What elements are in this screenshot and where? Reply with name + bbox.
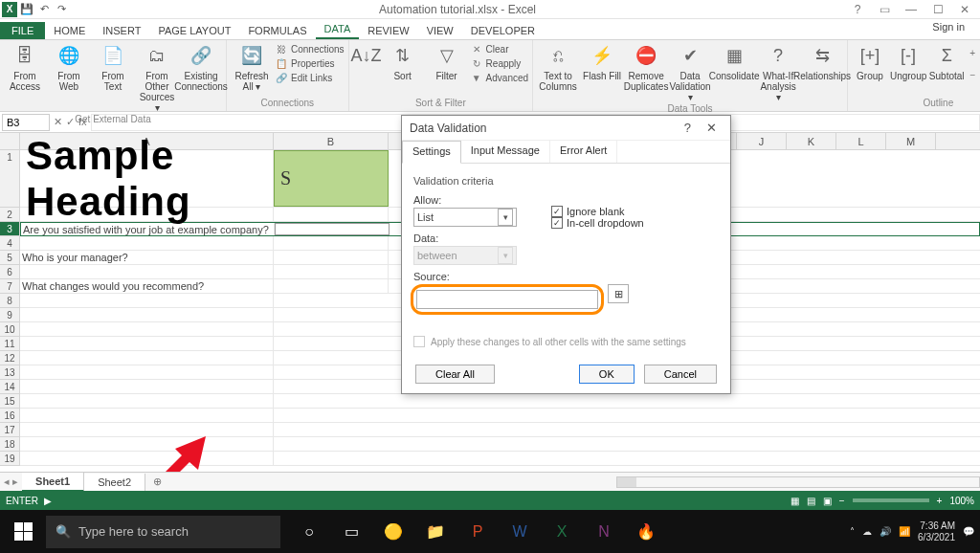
maximize-icon[interactable]: ☐ — [926, 2, 949, 17]
zoom-out-button[interactable]: − — [839, 496, 845, 506]
edit-links-button[interactable]: 🔗Edit Links — [275, 71, 332, 84]
chrome-icon[interactable]: 🟡 — [374, 514, 412, 550]
cell[interactable] — [274, 279, 389, 293]
cell[interactable] — [20, 452, 274, 465]
notifications-icon[interactable]: 💬 — [963, 526, 974, 537]
flash-fill-button[interactable]: ⚡Flash Fill — [581, 42, 623, 102]
data-tab[interactable]: DATA — [316, 20, 360, 39]
cell[interactable] — [274, 265, 389, 278]
formulas-tab[interactable]: FORMULAS — [239, 22, 315, 39]
from-access-button[interactable]: 🗄From Access — [4, 42, 46, 113]
advanced-button[interactable]: ▼Advanced — [470, 71, 528, 84]
col-header[interactable]: M — [886, 133, 936, 149]
cell[interactable] — [274, 236, 389, 250]
row-header[interactable]: 3 — [0, 222, 19, 236]
select-all-cell[interactable] — [0, 133, 20, 149]
clear-button[interactable]: ✕Clear — [470, 42, 509, 55]
row-header[interactable]: 14 — [0, 380, 19, 394]
zoom-in-button[interactable]: + — [937, 496, 943, 506]
connections-button[interactable]: ⛓Connections — [275, 42, 345, 55]
review-tab[interactable]: REVIEW — [359, 22, 417, 39]
cancel-formula-icon[interactable]: ✕ — [54, 116, 62, 128]
row-header[interactable]: 16 — [0, 409, 19, 423]
developer-tab[interactable]: DEVELOPER — [462, 22, 544, 39]
col-header[interactable]: B — [274, 133, 389, 149]
ignore-blank-checkbox[interactable]: ✓Ignore blank — [551, 206, 644, 217]
row-header[interactable]: 7 — [0, 279, 19, 294]
view-tab[interactable]: VIEW — [418, 22, 462, 39]
file-tab[interactable]: FILE — [0, 22, 45, 39]
row-header[interactable]: 8 — [0, 294, 19, 308]
cell[interactable] — [20, 423, 274, 436]
ungroup-button[interactable]: [-]Ungroup — [890, 42, 926, 85]
cell[interactable] — [20, 308, 274, 321]
start-button[interactable] — [0, 510, 46, 553]
cell-a7[interactable]: What changes would you recommend? — [20, 279, 274, 293]
row-header[interactable]: 6 — [0, 265, 19, 279]
zoom-slider[interactable] — [853, 498, 929, 502]
page-layout-tab[interactable]: PAGE LAYOUT — [149, 22, 239, 39]
insert-tab[interactable]: INSERT — [94, 22, 149, 39]
new-sheet-button[interactable]: ⊕ — [145, 476, 169, 488]
view-layout-icon[interactable]: ▤ — [807, 496, 815, 506]
onenote-icon[interactable]: N — [585, 514, 623, 550]
dialog-help-icon[interactable]: ? — [675, 121, 701, 135]
settings-tab[interactable]: Settings — [402, 141, 461, 164]
row-header[interactable]: 12 — [0, 351, 19, 365]
row-header[interactable]: 11 — [0, 337, 19, 351]
col-header[interactable]: K — [787, 133, 836, 149]
cell-a1[interactable]: Sample Heading — [20, 150, 274, 207]
cell[interactable] — [20, 236, 274, 250]
clear-all-button[interactable]: Clear All — [415, 365, 495, 384]
group-button[interactable]: [+]Group — [852, 42, 888, 85]
cell-a3[interactable]: Are you satisfied with your job at examp… — [21, 223, 275, 235]
remove-duplicates-button[interactable]: ⛔Remove Duplicates — [625, 42, 667, 102]
row-header[interactable]: 2 — [0, 208, 19, 222]
cell-b1[interactable]: S — [274, 150, 389, 207]
range-selector-button[interactable]: ⊞ — [608, 284, 629, 303]
cell[interactable] — [20, 337, 274, 350]
existing-connections-button[interactable]: 🔗Existing Connections — [180, 42, 222, 113]
cell[interactable] — [20, 208, 274, 221]
filter-button[interactable]: ▽Filter — [426, 42, 468, 84]
sheet-tab-2[interactable]: Sheet2 — [84, 474, 145, 491]
show-detail-button[interactable]: +Show Detail — [967, 42, 980, 63]
row-header[interactable]: 5 — [0, 251, 19, 265]
row-header[interactable]: 18 — [0, 437, 19, 452]
cell[interactable] — [20, 365, 274, 379]
cell[interactable] — [20, 294, 274, 307]
minimize-icon[interactable]: — — [900, 2, 923, 17]
home-tab[interactable]: HOME — [45, 22, 94, 39]
zoom-level[interactable]: 100% — [949, 496, 974, 506]
onedrive-icon[interactable]: ☁ — [862, 526, 872, 537]
explorer-icon[interactable]: 📁 — [416, 514, 455, 550]
row-header[interactable]: 9 — [0, 308, 19, 322]
fx-icon[interactable]: fx — [78, 116, 87, 128]
taskbar-clock[interactable]: 7:36 AM 6/3/2021 — [918, 520, 955, 543]
row-header[interactable]: 10 — [0, 322, 19, 337]
enter-formula-icon[interactable]: ✓ — [66, 116, 75, 128]
cell-a5[interactable]: Who is your manager? — [20, 251, 274, 264]
sheet-nav-buttons[interactable]: ◂ ▸ — [0, 476, 22, 488]
cortana-icon[interactable]: ○ — [290, 514, 328, 550]
cell[interactable] — [274, 208, 389, 221]
horizontal-scrollbar[interactable] — [616, 476, 980, 488]
row-header[interactable]: 4 — [0, 236, 19, 251]
cell[interactable] — [20, 380, 274, 393]
col-header[interactable]: J — [737, 133, 787, 149]
subtotal-button[interactable]: ΣSubtotal — [928, 42, 965, 85]
sort-az-button[interactable]: A↓Z — [353, 42, 380, 84]
name-box[interactable] — [2, 114, 50, 131]
cell[interactable] — [20, 322, 274, 336]
col-header[interactable]: L — [836, 133, 886, 149]
cell[interactable] — [20, 351, 274, 365]
cell[interactable] — [20, 409, 274, 422]
cell[interactable] — [274, 251, 389, 264]
sort-button[interactable]: ⇅Sort — [382, 42, 424, 84]
row-header[interactable]: 13 — [0, 365, 19, 380]
input-message-tab[interactable]: Input Message — [461, 141, 550, 163]
word-icon[interactable]: W — [501, 514, 539, 550]
relationships-button[interactable]: ⇆Relationships — [801, 42, 843, 102]
properties-button[interactable]: 📋Properties — [275, 56, 335, 70]
cell[interactable] — [20, 394, 274, 408]
